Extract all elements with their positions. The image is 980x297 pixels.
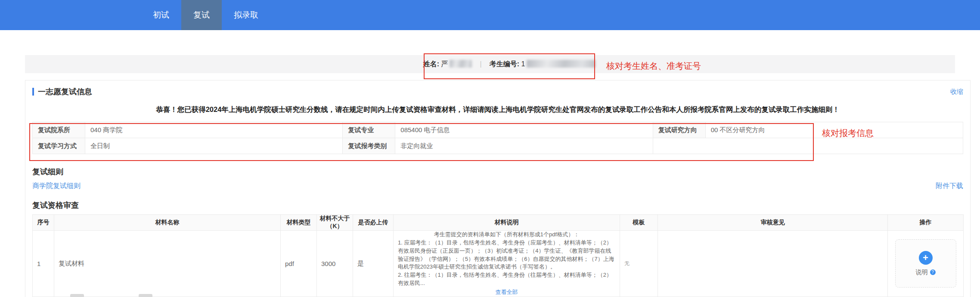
view-all-link[interactable]: 查看全部: [398, 288, 615, 297]
info-value-research-direction: 00 不区分研究方向: [706, 122, 963, 138]
cell-material-type: pdf: [281, 231, 317, 297]
info-value-department: 040 商学院: [85, 122, 343, 138]
tab-first-exam[interactable]: 初试: [141, 0, 181, 30]
action-label: 说明 ?: [916, 269, 936, 276]
rules-section-title: 复试细则: [32, 167, 963, 176]
info-label-research-direction: 复试研究方向: [653, 122, 706, 138]
tab-proposed-admission[interactable]: 拟录取: [222, 0, 270, 30]
tab-second-exam[interactable]: 复试: [181, 0, 222, 30]
info-value-study-mode: 全日制: [85, 138, 343, 154]
title-accent-bar: [32, 88, 34, 96]
panel-header: 一志愿复试信息 收缩: [25, 80, 970, 100]
cell-index: 1: [33, 231, 54, 297]
qualification-review-table: 序号 材料名称 材料类型 材料不大于（K） 是否必上传 材料说明 模板 审核意见…: [32, 214, 964, 297]
cell-action: + 说明 ?: [888, 231, 964, 297]
panel-title-text: 一志愿复试信息: [38, 87, 92, 97]
info-label-major: 复试专业: [343, 122, 395, 138]
header-index: 序号: [33, 215, 54, 231]
candidate-name: 姓名: 严: [423, 60, 472, 69]
cell-description: 考生需提交的资料清单如下（所有材料形成1个pdf格式）： 1. 应届考生：（1）…: [394, 231, 620, 297]
cell-required: 是: [353, 231, 394, 297]
name-label: 姓名:: [423, 60, 439, 68]
table-row: 1 复试材料 pdf 3000 是 考生需提交的资料清单如下（所有材料形成1个p…: [33, 231, 964, 297]
info-label-study-mode: 复试学习方式: [33, 138, 85, 154]
cutoff-fragment: [70, 294, 84, 297]
attachment-download-link[interactable]: 附件下载: [936, 182, 963, 190]
review-section-title: 复试资格审查: [32, 201, 963, 210]
rules-detail-link[interactable]: 商学院复试细则: [32, 182, 81, 190]
info-icon[interactable]: ?: [930, 269, 936, 275]
separator: |: [477, 60, 484, 68]
cutoff-fragment: [139, 294, 152, 297]
action-label-text: 说明: [916, 269, 928, 276]
name-visible-char: 严: [441, 60, 448, 68]
description-item-previous: 2. 往届考生：（1）目录，包括考生姓名、考生身份（往届考生）、材料清单等；（2…: [398, 271, 615, 288]
id-visible-char: 1: [521, 60, 525, 68]
header-material-name: 材料名称: [54, 215, 281, 231]
upload-material-button[interactable]: + 说明 ?: [895, 239, 956, 288]
cell-template: 无: [620, 231, 658, 297]
review-header-row: 序号 材料名称 材料类型 材料不大于（K） 是否必上传 材料说明 模板 审核意见…: [33, 215, 964, 231]
top-nav-bar: 初试 复试 拟录取: [0, 0, 980, 30]
header-description: 材料说明: [394, 215, 620, 231]
info-value-application-category: 非定向就业: [395, 138, 653, 154]
header-material-type: 材料类型: [281, 215, 317, 231]
cell-max-size: 3000: [317, 231, 353, 297]
header-max-size: 材料不大于（K）: [317, 215, 353, 231]
description-intro: 考生需提交的资料清单如下（所有材料形成1个pdf格式）：: [398, 231, 615, 239]
description-item-current: 1. 应届考生：（1）目录，包括考生姓名、考生身份（应届考生）、材料清单等；（2…: [398, 239, 615, 271]
first-choice-reexam-panel: 一志愿复试信息 收缩 恭喜！您已获得2024年上海电机学院硕士研究生分数线，请在…: [25, 80, 971, 297]
candidate-id: 考生编号: 1: [490, 60, 596, 69]
header-template: 模板: [620, 215, 658, 231]
candidate-bar: 姓名: 严 | 考生编号: 1: [25, 55, 955, 73]
panel-title: 一志愿复试信息: [32, 87, 92, 97]
redacted-id: [527, 60, 595, 68]
plus-icon[interactable]: +: [919, 251, 933, 265]
candidate-info: 姓名: 严 | 考生编号: 1: [423, 60, 596, 69]
id-label: 考生编号:: [490, 60, 519, 68]
cell-material-name: 复试材料: [54, 231, 281, 297]
rules-links-row: 商学院复试细则 附件下载: [32, 182, 963, 190]
cell-review-opinion: [658, 231, 888, 297]
collapse-link[interactable]: 收缩: [950, 88, 963, 96]
redacted-name: [450, 60, 472, 68]
info-value-major: 085400 电子信息: [395, 122, 653, 138]
congratulation-notice: 恭喜！您已获得2024年上海电机学院硕士研究生分数线，请在规定时间内上传复试资格…: [38, 105, 957, 114]
header-review-opinion: 审核意见: [658, 215, 888, 231]
application-info-table: 复试院系所 040 商学院 复试专业 085400 电子信息 复试研究方向 00…: [32, 122, 963, 154]
header-action: 操作: [888, 215, 964, 231]
info-label-application-category: 复试报考类别: [343, 138, 395, 154]
info-empty-cell: [653, 138, 963, 154]
info-label-department: 复试院系所: [33, 122, 85, 138]
header-required: 是否必上传: [353, 215, 394, 231]
